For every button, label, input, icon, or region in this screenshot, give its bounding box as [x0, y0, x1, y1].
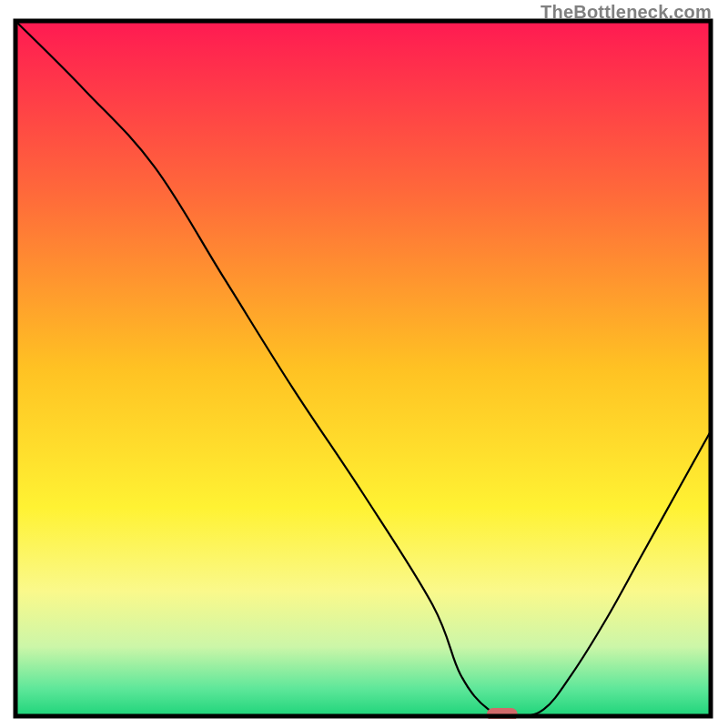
chart-frame [13, 18, 713, 719]
bottleneck-chart [13, 18, 713, 719]
